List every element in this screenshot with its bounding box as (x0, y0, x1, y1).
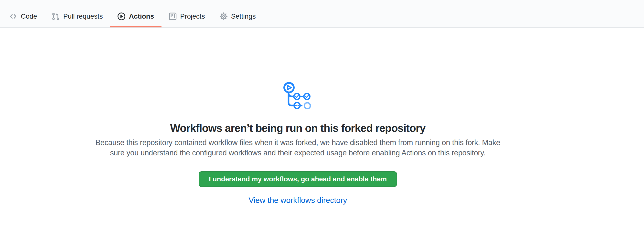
tab-label: Code (21, 13, 37, 20)
tab-label: Projects (180, 13, 205, 20)
view-workflows-directory-link[interactable]: View the workflows directory (248, 196, 347, 204)
main-content: Workflows aren’t being run on this forke… (0, 82, 596, 205)
code-icon (9, 13, 17, 20)
tab-label: Settings (231, 13, 256, 20)
tab-actions[interactable]: Actions (110, 7, 162, 28)
tab-label: Pull requests (63, 13, 103, 20)
enable-workflows-button[interactable]: I understand my workflows, go ahead and … (198, 171, 397, 187)
tab-label: Actions (129, 13, 154, 20)
repo-tab-nav: Code Pull requests (2, 7, 644, 28)
actions-disabled-blankslate: Workflows aren’t being run on this forke… (0, 82, 596, 205)
repo-tab-bar: Code Pull requests (0, 0, 644, 28)
tab-projects[interactable]: Projects (162, 7, 212, 28)
tab-pull-requests[interactable]: Pull requests (44, 7, 110, 28)
description-line: sure you understand the configured workf… (0, 148, 596, 158)
workflow-graph-icon (284, 82, 312, 111)
gear-icon (220, 13, 228, 20)
blankslate-description: Because this repository contained workfl… (0, 137, 596, 158)
description-line: Because this repository contained workfl… (0, 137, 596, 148)
project-board-icon (169, 13, 177, 20)
tab-settings[interactable]: Settings (212, 7, 263, 28)
tab-code[interactable]: Code (2, 7, 44, 28)
blankslate-title: Workflows aren’t being run on this forke… (0, 121, 596, 136)
play-circle-icon (118, 13, 125, 20)
git-pull-request-icon (52, 13, 60, 20)
